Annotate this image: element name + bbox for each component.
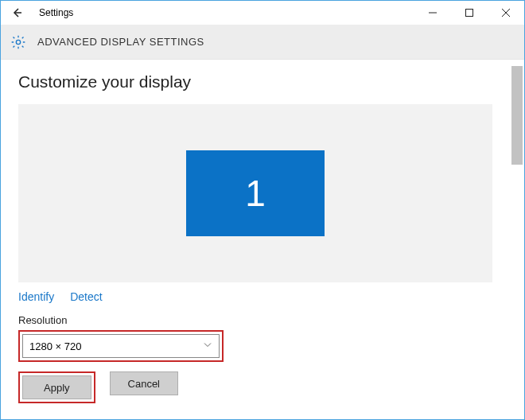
content: Customize your display 1 Identify Detect… xyxy=(1,60,524,403)
resolution-value: 1280 × 720 xyxy=(29,340,81,352)
apply-highlight: Apply xyxy=(18,371,95,403)
back-button[interactable] xyxy=(6,2,28,24)
cancel-button-label: Cancel xyxy=(128,378,160,390)
resolution-highlight: 1280 × 720 xyxy=(18,330,224,362)
page-title: Customize your display xyxy=(18,72,507,91)
svg-point-4 xyxy=(16,40,20,44)
resolution-dropdown[interactable]: 1280 × 720 xyxy=(22,334,220,358)
maximize-button[interactable] xyxy=(451,1,488,25)
apply-button[interactable]: Apply xyxy=(22,375,91,399)
back-arrow-icon xyxy=(10,6,23,19)
close-icon xyxy=(502,9,510,17)
close-button[interactable] xyxy=(488,1,524,25)
ribbon: ADVANCED DISPLAY SETTINGS xyxy=(1,25,524,60)
gear-icon xyxy=(10,34,26,50)
button-row: Apply Cancel xyxy=(18,371,507,403)
resolution-label: Resolution xyxy=(18,314,507,326)
window-controls xyxy=(414,1,524,25)
ribbon-title: ADVANCED DISPLAY SETTINGS xyxy=(37,36,204,48)
identify-link[interactable]: Identify xyxy=(18,290,54,303)
content-wrap: Customize your display 1 Identify Detect… xyxy=(1,60,524,419)
svg-rect-1 xyxy=(466,10,473,17)
minimize-button[interactable] xyxy=(414,1,451,25)
window-title: Settings xyxy=(39,7,73,18)
scrollbar-thumb[interactable] xyxy=(511,66,523,165)
maximize-icon xyxy=(465,9,473,17)
display-preview-area: 1 xyxy=(18,104,492,282)
monitor-tile[interactable]: 1 xyxy=(186,150,325,236)
minimize-icon xyxy=(429,9,437,17)
titlebar: Settings xyxy=(1,1,524,25)
links-row: Identify Detect xyxy=(18,290,507,303)
chevron-down-icon xyxy=(203,340,212,352)
cancel-button[interactable]: Cancel xyxy=(110,371,178,395)
detect-link[interactable]: Detect xyxy=(70,290,102,303)
monitor-id-label: 1 xyxy=(245,172,266,215)
apply-button-label: Apply xyxy=(44,382,70,394)
scrollbar[interactable] xyxy=(511,66,523,364)
